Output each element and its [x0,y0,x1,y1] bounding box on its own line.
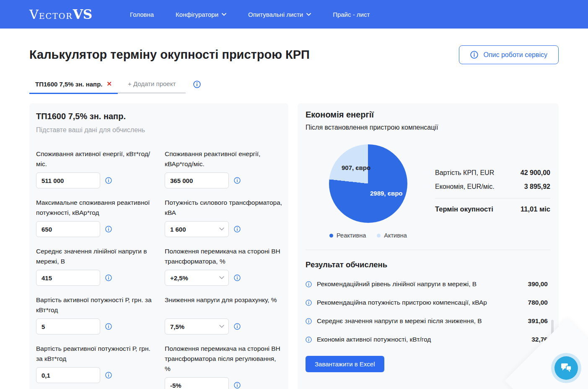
field-active-power-cost: Вартість активної потужності Р, грн. за … [36,295,162,334]
stat-value: 3 895,92 [524,183,550,191]
info-icon[interactable] [234,382,241,389]
nav-item-questionnaires[interactable]: Опитувальні листи [248,11,311,18]
logo-ector: ECTOR [39,11,73,21]
pie-label-active: 907, євро [342,164,370,171]
nav-home-label: Головна [130,11,154,18]
result-value: 390,00 [528,280,548,288]
title-row: Калькулятор терміну окупності пристрою К… [29,45,559,64]
info-icon [470,51,478,59]
service-description-button[interactable]: Опис роботи сервісу [459,45,559,64]
legend-dot-reactive [329,234,333,238]
nav-item-home[interactable]: Головна [130,11,154,18]
info-icon[interactable] [306,337,312,343]
tabs-info-icon[interactable] [193,81,201,90]
economy-stats: Вартість КРП, EUR 42 900,00 Економія, EU… [435,169,550,239]
download-excel-button[interactable]: Завантажити в Excel [306,356,384,372]
pie-legend: Реактивна Активна [329,232,407,239]
chevron-down-icon [219,325,224,328]
project-tabs: ТП1600 7,5% зн. напр. ✕ + Додати проект [29,80,559,94]
info-icon[interactable] [105,323,112,330]
vectorvs-logo[interactable]: VECTORVS [29,7,92,22]
logo-vs: VS [73,7,92,22]
field-active-energy: Споживання активної енергії, кВт*год/міс… [36,149,162,188]
field-label: Вартість активної потужності Р, грн. за … [36,295,154,315]
chat-button[interactable] [554,356,578,380]
result-row: Рекомендаційний рівень лінійної напруги … [306,280,550,288]
close-tab-icon[interactable]: ✕ [106,80,112,88]
info-icon[interactable] [306,281,312,287]
top-navbar: VECTORVS Головна Конфігуратори Опитуваль… [0,0,588,29]
info-icon[interactable] [234,323,241,330]
info-icon[interactable] [105,226,112,232]
reactive-power-cost-input[interactable] [36,367,100,383]
legend-label: Реактивна [337,232,366,239]
result-label: Середнє значення напруги в мережі після … [317,317,482,325]
result-label: Рекомендаційна потужність пристрою компе… [317,299,487,306]
info-icon[interactable] [306,300,312,306]
switch-position-select[interactable]: +2,5% [165,270,229,286]
nav-item-configurators[interactable]: Конфігуратори [176,11,226,18]
input-form-card: ТП1600 7,5% зн. напр. Підставте ваші дан… [29,103,288,389]
select-value: 7,5% [170,323,184,330]
logo-v: V [29,7,39,22]
chevron-down-icon [219,276,224,279]
stat-krp-cost: Вартість КРП, EUR 42 900,00 [435,169,550,177]
active-power-cost-input[interactable] [36,319,100,334]
chevron-down-icon [306,13,311,16]
result-row: Середнє значення напруги в мережі після … [306,317,550,325]
service-description-label: Опис роботи сервісу [483,51,547,59]
economy-subtitle: Після встановлення пристрою компенсації [306,124,550,131]
info-icon[interactable] [234,177,241,184]
pie-label-reactive: 2989, євро [370,190,403,197]
result-label: Рекомендаційний рівень лінійної напруги … [317,280,477,288]
info-icon[interactable] [234,226,241,232]
legend-dot-active [377,234,381,238]
switch-position-after-input[interactable] [165,377,229,389]
active-energy-input[interactable] [36,172,100,188]
stat-label: Термін окупності [435,205,493,213]
pie-chart-block: 907, євро 2989, євро Реактивна Активна [306,139,431,239]
info-icon[interactable] [105,274,112,281]
main-nav: Головна Конфігуратори Опитувальні листи … [130,11,370,18]
field-label: Споживання активної енергії, кВт*год/міс… [36,149,154,169]
field-transformer-power: Потужність силового трансформатора, кВА … [165,198,290,237]
voltage-reduction-select[interactable]: 7,5% [165,319,229,334]
legend-label: Активна [384,232,407,239]
form-subtitle: Підставте ваші дані для обчислень [36,126,278,134]
result-value: 780,00 [528,299,548,306]
field-label: Положення перемикача на стороні ВН транс… [165,344,283,374]
field-switch-position: Положення перемикача на стороні ВН транс… [165,246,290,286]
field-switch-position-after: Положення перемикача на стороні ВН транс… [165,344,290,389]
field-reactive-power-cost: Вартість реактивної потужності Р, грн. з… [36,344,162,389]
field-voltage-reduction: Зниження напруги для розрахунку, % 7,5% [165,295,290,334]
select-value: 1 600 [170,226,186,233]
stats-divider [435,198,550,198]
reactive-energy-input[interactable] [165,172,229,188]
legend-item-active[interactable]: Активна [377,232,407,239]
tab-project-tp1600[interactable]: ТП1600 7,5% зн. напр. ✕ [29,80,118,94]
field-label: Споживання реактивної енергії, кВАр*год/… [165,149,283,169]
info-icon[interactable] [105,372,112,379]
form-grid: Споживання активної енергії, кВт*год/міс… [36,140,278,389]
info-icon[interactable] [105,177,112,184]
max-reactive-power-input[interactable] [36,221,100,237]
tab-label: ТП1600 7,5% зн. напр. [35,81,102,88]
field-line-voltage: Середнє значення лінійної напруги в мере… [36,246,162,286]
legend-item-reactive[interactable]: Реактивна [329,232,366,239]
info-icon[interactable] [306,318,312,324]
nav-pricelist-label: Прайс - лист [333,11,370,18]
tab-add-project[interactable]: + Додати проект [118,80,186,94]
field-label: Максимальне споживання реактивної потужн… [36,198,154,218]
energy-pie-chart [329,144,407,223]
line-voltage-input[interactable] [36,270,100,286]
field-label: Потужність силового трансформатора, кВА [165,198,283,218]
stat-payback-period: Термін окупності 11,01 міс [435,205,550,213]
result-value: 391,06 [528,317,548,325]
economy-card: Економія енергії Після встановлення прис… [298,103,559,389]
chevron-down-icon [222,13,226,16]
field-max-reactive-power: Максимальне споживання реактивної потужн… [36,198,162,237]
transformer-power-select[interactable]: 1 600 [165,221,229,237]
form-title: ТП1600 7,5% зн. напр. [36,112,278,121]
info-icon[interactable] [234,274,241,281]
nav-item-pricelist[interactable]: Прайс - лист [333,11,370,18]
